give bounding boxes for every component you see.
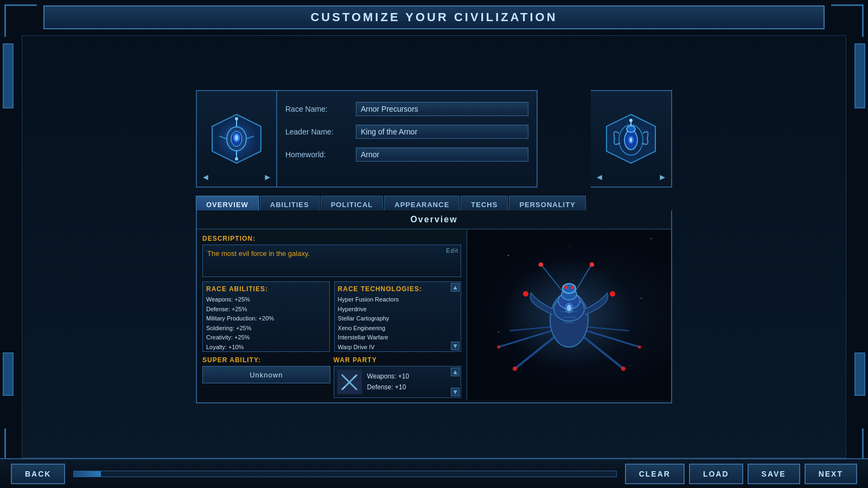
war-party-label: War Party [334, 356, 462, 364]
svg-point-19 [629, 119, 633, 122]
svg-point-46 [497, 345, 500, 349]
war-party-stat-defense: Defense: +10 [367, 382, 458, 393]
svg-point-7 [235, 157, 238, 160]
race-name-row: Race Name: [285, 102, 528, 116]
race-abilities-label: Race Abilities: [206, 285, 326, 293]
side-decoration-left2 [3, 352, 14, 396]
war-party-box: Weapons: +10 Defense: +10 ▲ ▼ [334, 366, 462, 398]
super-war-row: Super Ability: Unknown War Party [202, 356, 461, 398]
overview-section-title: Overview [197, 210, 671, 229]
portrait-left-next[interactable]: ► [263, 172, 272, 182]
next-button[interactable]: Next [805, 464, 857, 484]
main-content: ◄ ► Race Name: Leader Name: Homeworld: [22, 35, 846, 458]
portrait-left: ◄ ► [196, 90, 277, 188]
portrait-right-prev[interactable]: ◄ [595, 172, 604, 182]
svg-point-34 [590, 262, 594, 267]
progress-bar [73, 471, 616, 477]
svg-point-43 [610, 291, 615, 297]
abilities-techs-row: Race Abilities: Weapons: +25% Defense: +… [202, 281, 461, 352]
bottom-right-buttons: Clear Load Save Next [625, 464, 857, 484]
overview-left-column: Description: The most evil force in the … [197, 229, 467, 400]
svg-point-44 [513, 367, 517, 371]
war-party-icon [337, 370, 362, 394]
tech-scroll-down[interactable]: ▼ [451, 342, 459, 350]
super-ability-section: Super Ability: Unknown [202, 356, 330, 398]
description-box: The most evil force in the galaxy. Edit [202, 245, 461, 277]
war-party-stat-weapons: Weapons: +10 [367, 371, 458, 382]
svg-point-15 [627, 126, 635, 132]
back-button[interactable]: Back [11, 464, 65, 484]
overview-panel: Overview Description: The most evil forc… [196, 210, 672, 403]
load-button[interactable]: Load [689, 464, 743, 484]
ability-item-5: Creativity: +25% [206, 333, 326, 343]
tech-item-3: Stellar Cartography [338, 314, 458, 324]
info-fields: Race Name: Leader Name: Homeworld: [277, 90, 538, 188]
tech-item-5: Interstellar Warfare [338, 333, 458, 343]
side-decoration-right2 [854, 352, 865, 396]
leader-name-input[interactable] [356, 125, 528, 139]
save-button[interactable]: Save [748, 464, 800, 484]
tech-item-4: Xeno Engineering [338, 324, 458, 333]
portrait-left-prev[interactable]: ◄ [201, 172, 210, 182]
overview-right-column [467, 229, 671, 400]
portrait-right: ◄ ► [591, 90, 672, 188]
svg-point-5 [235, 117, 238, 120]
ability-item-2: Defense: +25% [206, 305, 326, 314]
svg-point-40 [564, 286, 567, 289]
leader-name-label: Leader Name: [285, 127, 356, 136]
portrait-right-nav: ◄ ► [591, 172, 671, 182]
ability-item-3: Military Production: +20% [206, 314, 326, 324]
svg-point-47 [638, 345, 641, 349]
homeworld-row: Homeworld: [285, 147, 528, 162]
ship-image [482, 239, 656, 390]
portrait-right-next[interactable]: ► [658, 172, 667, 182]
war-party-scroll-up[interactable]: ▲ [451, 368, 459, 376]
left-portrait-image [209, 112, 264, 166]
super-ability-box: Unknown [202, 366, 330, 383]
page-title: CUSTOMIZE YOUR CIVILIZATION [310, 10, 557, 24]
war-party-scroll: ▲ ▼ [451, 367, 459, 397]
tech-scroll-up[interactable]: ▲ [451, 283, 459, 292]
corner-decoration-tr [831, 4, 864, 37]
svg-point-39 [563, 284, 576, 293]
svg-line-22 [343, 387, 345, 389]
svg-point-11 [235, 135, 238, 140]
homeworld-input[interactable] [356, 147, 528, 162]
race-name-label: Race Name: [285, 105, 356, 113]
ability-item-4: Soldiering: +25% [206, 324, 326, 333]
progress-bar-fill [74, 471, 101, 477]
war-party-section: War Party [334, 356, 462, 398]
svg-line-23 [354, 376, 356, 378]
right-portrait-image [604, 112, 658, 166]
svg-point-49 [567, 305, 571, 311]
super-ability-value: Unknown [250, 371, 283, 379]
tech-item-2: Hyperdrive [338, 305, 458, 314]
svg-point-17 [630, 138, 632, 142]
tech-item-6: Warp Drive IV [338, 343, 458, 352]
ship-background [467, 229, 671, 400]
overview-body: Description: The most evil force in the … [197, 229, 671, 400]
tech-item-1: Hyper Fusion Reactors [338, 295, 458, 305]
description-label: Description: [202, 235, 461, 242]
race-technologies-label: Race Technologies: [338, 285, 458, 293]
clear-button[interactable]: Clear [625, 464, 685, 484]
race-technologies-column: Race Technologies: Hyper Fusion Reactors… [334, 281, 462, 352]
side-decoration-left [3, 43, 14, 108]
svg-point-42 [523, 291, 528, 297]
edit-description-button[interactable]: Edit [446, 247, 458, 254]
race-abilities-column: Race Abilities: Weapons: +25% Defense: +… [202, 281, 330, 352]
svg-point-33 [539, 262, 543, 267]
ability-item-6: Loyalty: +10% [206, 343, 326, 352]
homeworld-label: Homeworld: [285, 150, 356, 159]
war-party-scroll-down[interactable]: ▼ [451, 388, 459, 396]
title-bar: CUSTOMIZE YOUR CIVILIZATION [43, 5, 825, 29]
tech-scroll-arrows: ▲ ▼ [451, 282, 459, 351]
race-name-input[interactable] [356, 102, 528, 116]
leader-name-row: Leader Name: [285, 125, 528, 139]
side-decoration-right [854, 43, 865, 108]
svg-point-41 [571, 286, 574, 289]
portrait-left-nav: ◄ ► [197, 172, 276, 182]
svg-point-45 [621, 367, 626, 371]
description-text: The most evil force in the galaxy. [207, 249, 310, 258]
bottom-bar: Back Clear Load Save Next [0, 458, 868, 488]
